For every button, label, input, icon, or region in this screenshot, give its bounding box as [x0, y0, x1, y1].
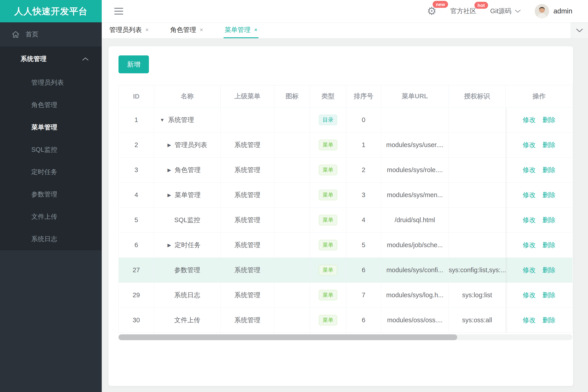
expand-toggle-icon[interactable]: ▼ — [160, 117, 165, 123]
expand-toggle-icon[interactable]: ▶ — [168, 192, 171, 198]
edit-link[interactable]: 修改 — [523, 216, 536, 224]
expand-toggle-icon[interactable]: ▶ — [168, 142, 171, 148]
cell-auth — [449, 208, 506, 233]
cell-name: ▼系统管理 — [154, 108, 221, 132]
horizontal-scrollbar-thumb[interactable] — [119, 334, 457, 340]
delete-link[interactable]: 删除 — [542, 316, 555, 324]
sidebar-item-config[interactable]: 参数管理 — [0, 183, 102, 206]
community-link[interactable]: 官方社区 hot — [450, 7, 476, 16]
cell-actions: 修改删除 — [506, 258, 572, 283]
cell-actions: 修改删除 — [506, 233, 572, 258]
delete-link[interactable]: 删除 — [542, 266, 555, 274]
tab-admin-list[interactable]: 管理员列表× — [109, 22, 150, 38]
menu-name: 菜单管理 — [175, 191, 201, 200]
edit-link[interactable]: 修改 — [523, 166, 536, 174]
type-badge: 菜单 — [319, 140, 337, 150]
settings-button[interactable]: ⚙ new — [427, 6, 436, 16]
cell-icon — [274, 283, 310, 308]
tab-menu[interactable]: 菜单管理× — [224, 22, 258, 38]
delete-link[interactable]: 删除 — [542, 191, 555, 198]
sidebar-item-role[interactable]: 角色管理 — [0, 94, 102, 116]
sidebar-item-sql[interactable]: SQL监控 — [0, 138, 102, 161]
edit-link[interactable]: 修改 — [523, 241, 536, 248]
cell-name: ▶角色管理 — [154, 158, 221, 182]
menu-name: 角色管理 — [175, 166, 201, 174]
menu-name: 系统管理 — [168, 116, 194, 124]
sidebar-home-label: 首页 — [26, 30, 39, 39]
edit-link[interactable]: 修改 — [523, 141, 536, 148]
close-icon[interactable]: × — [145, 26, 149, 33]
expand-toggle-icon[interactable]: ▶ — [168, 242, 171, 248]
edit-link[interactable]: 修改 — [523, 191, 536, 198]
cell-auth — [449, 132, 506, 158]
cell-order: 0 — [346, 108, 381, 132]
close-icon[interactable]: × — [200, 26, 203, 33]
cell-url: modules/oss/oss.... — [381, 308, 449, 333]
git-source-label: Git源码 — [490, 7, 511, 16]
tree-node: ▶管理员列表 — [154, 140, 220, 150]
cell-order: 6 — [346, 258, 381, 283]
git-source-menu[interactable]: Git源码 — [490, 7, 521, 16]
cell-url — [381, 108, 449, 132]
cell-type: 菜单 — [310, 182, 346, 208]
delete-link[interactable]: 删除 — [542, 292, 555, 298]
close-icon[interactable]: × — [254, 26, 257, 33]
delete-link[interactable]: 删除 — [542, 166, 555, 174]
sidebar-group-header[interactable]: 系统管理 — [0, 46, 102, 72]
sidebar-item-log[interactable]: 系统日志 — [0, 228, 102, 250]
username: admin — [553, 7, 572, 15]
user-menu[interactable]: admin — [535, 4, 572, 18]
sidebar-toggle-button[interactable] — [114, 6, 123, 16]
cell-name: ▶管理员列表 — [154, 132, 221, 158]
table-row: 29系统日志系统管理菜单7modules/sys/log.h...sys:log… — [119, 283, 572, 308]
tab-role[interactable]: 角色管理× — [169, 22, 204, 38]
sidebar-item-admin-list[interactable]: 管理员列表 — [0, 72, 102, 94]
cell-type: 菜单 — [310, 233, 346, 258]
cell-actions: 修改删除 — [506, 208, 572, 233]
tab-label: 管理员列表 — [109, 26, 142, 34]
cell-order: 3 — [346, 182, 381, 208]
edit-link[interactable]: 修改 — [523, 316, 536, 324]
tree-node: ▼系统管理 — [154, 116, 220, 124]
type-badge: 菜单 — [319, 240, 337, 250]
sidebar: 首页 系统管理 管理员列表角色管理菜单管理SQL监控定时任务参数管理文件上传系统… — [0, 22, 102, 392]
cell-parent — [221, 108, 274, 132]
cell-id: 29 — [119, 283, 154, 308]
expand-toggle-icon[interactable]: ▶ — [168, 168, 171, 173]
sidebar-item-menu[interactable]: 菜单管理 — [0, 116, 102, 138]
delete-link[interactable]: 删除 — [542, 241, 555, 248]
top-bar: 人人快速开发平台 ⚙ new 官方社区 hot Git源码 — [0, 0, 588, 22]
cell-type: 菜单 — [310, 308, 346, 333]
cell-id: 3 — [119, 158, 154, 182]
edit-link[interactable]: 修改 — [523, 266, 536, 274]
edit-link[interactable]: 修改 — [523, 292, 536, 298]
menu-table: ID名称上级菜单图标类型排序号菜单URL授权标识操作 1▼系统管理目录0修改删除… — [119, 85, 572, 333]
table-row: 2▶管理员列表系统管理菜单1modules/sys/user....修改删除 — [119, 132, 572, 158]
sidebar-item-oss[interactable]: 文件上传 — [0, 206, 102, 228]
cell-parent: 系统管理 — [221, 208, 274, 233]
chevron-up-icon — [82, 57, 89, 61]
cell-parent: 系统管理 — [221, 308, 274, 333]
add-button[interactable]: 新增 — [119, 56, 149, 73]
tab-bar: 管理员列表×角色管理×菜单管理× — [102, 22, 588, 38]
delete-link[interactable]: 删除 — [542, 141, 555, 148]
sidebar-item-job[interactable]: 定时任务 — [0, 161, 102, 183]
cell-name: ▶菜单管理 — [154, 182, 221, 208]
cell-order: 5 — [346, 233, 381, 258]
cell-auth — [449, 182, 506, 208]
cell-type: 菜单 — [310, 208, 346, 233]
edit-link[interactable]: 修改 — [523, 116, 536, 123]
cell-type: 菜单 — [310, 158, 346, 182]
cell-icon — [274, 108, 310, 132]
cell-auth: sys:log:list — [449, 283, 506, 308]
tab-label: 角色管理 — [170, 26, 196, 34]
cell-icon — [274, 308, 310, 333]
tabs-overflow-button[interactable] — [570, 22, 588, 38]
delete-link[interactable]: 删除 — [542, 116, 555, 123]
cell-id: 30 — [119, 308, 154, 333]
cell-icon — [274, 182, 310, 208]
table-row: 6▶定时任务系统管理菜单5modules/job/sche...修改删除 — [119, 233, 572, 258]
delete-link[interactable]: 删除 — [542, 216, 555, 224]
sidebar-item-home[interactable]: 首页 — [0, 22, 102, 46]
cell-icon — [274, 158, 310, 182]
